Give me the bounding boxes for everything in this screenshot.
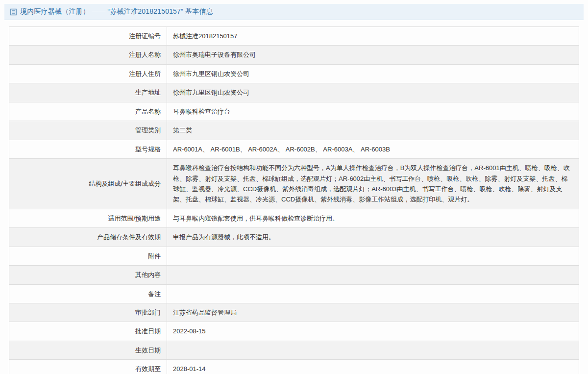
row-value: 2028-01-14 [167,360,579,374]
row-value: 徐州市九里区铜山农资公司 [167,64,579,83]
row-value: 申报产品为有源器械，此项不适用。 [167,228,579,247]
table-row-storage-conditions: 产品储存条件及有效期 申报产品为有源器械，此项不适用。 [9,228,579,247]
page-title: 境内医疗器械（注册） —— “苏械注准20182150157” 基本信息 [20,7,213,16]
row-value: 2022-08-15 [167,322,579,341]
row-label: 其他内容 [9,266,167,284]
row-label: 批准日期 [9,322,167,341]
table-row-approval-date: 批准日期 2022-08-15 [9,322,579,341]
row-label: 注册人名称 [9,46,167,64]
row-value: 耳鼻喉科检查治疗台按结构和功能不同分为六种型号，A为单人操作检查治疗台，B为双人… [167,159,579,209]
row-value: 第二类 [167,121,579,140]
table-row-registrant-address: 注册人住所 徐州市九里区铜山农资公司 [9,64,579,83]
row-value [167,266,579,284]
table-row-model-spec: 型号规格 AR-6001A、 AR-6001B、 AR-6002A、 AR-60… [9,140,579,158]
row-label: 型号规格 [9,140,167,158]
row-label: 结构及组成/主要组成成分 [9,159,167,209]
row-label: 适用范围/预期用途 [9,209,167,227]
row-label: 审批部门 [9,303,167,322]
table-row-valid-until: 有效期至 2028-01-14 [9,360,579,374]
row-label: 备注 [9,284,167,303]
table-row-management-category: 管理类别 第二类 [9,121,579,140]
row-label: 生产地址 [9,83,167,102]
row-value: 苏械注准20182150157 [167,27,579,46]
row-value: 耳鼻喉科检查治疗台 [167,102,579,121]
row-label: 有效期至 [9,360,167,374]
table-row-registrant-name: 注册人名称 徐州市奥瑞电子设备有限公司 [9,46,579,64]
document-icon [10,8,17,16]
table-row-product-name: 产品名称 耳鼻喉科检查治疗台 [9,102,579,121]
page-header: 境内医疗器械（注册） —— “苏械注准20182150157” 基本信息 [4,4,584,20]
page: 境内医疗器械（注册） —— “苏械注准20182150157” 基本信息 注册证… [0,0,588,374]
row-label: 产品名称 [9,102,167,121]
row-label: 注册证编号 [9,27,167,46]
row-label: 生效日期 [9,341,167,359]
row-label: 管理类别 [9,121,167,140]
table-row-attachments: 附件 [9,247,579,265]
table-row-effective-date: 生效日期 [9,341,579,359]
row-label: 附件 [9,247,167,265]
row-label: 产品储存条件及有效期 [9,228,167,247]
row-value: 与耳鼻喉内窥镜配套使用，供耳鼻喉科做检查诊断治疗用。 [167,209,579,227]
row-value [167,284,579,303]
table-row-registration-number: 注册证编号 苏械注准20182150157 [9,27,579,46]
info-table: 注册证编号 苏械注准20182150157 注册人名称 徐州市奥瑞电子设备有限公… [9,26,579,374]
table-row-other-content: 其他内容 [9,266,579,284]
table-row-structure-composition: 结构及组成/主要组成成分 耳鼻喉科检查治疗台按结构和功能不同分为六种型号，A为单… [9,159,579,209]
row-value [167,341,579,359]
table-row-remarks: 备注 [9,284,579,303]
table-row-intended-use: 适用范围/预期用途 与耳鼻喉内窥镜配套使用，供耳鼻喉科做检查诊断治疗用。 [9,209,579,227]
row-value: 徐州市九里区铜山农资公司 [167,83,579,102]
table-row-production-address: 生产地址 徐州市九里区铜山农资公司 [9,83,579,102]
row-value: 徐州市奥瑞电子设备有限公司 [167,46,579,64]
table-row-approval-department: 审批部门 江苏省药品监督管理局 [9,303,579,322]
row-label: 注册人住所 [9,64,167,83]
row-value: 江苏省药品监督管理局 [167,303,579,322]
row-value [167,247,579,265]
row-value: AR-6001A、 AR-6001B、 AR-6002A、 AR-6002B、 … [167,140,579,158]
